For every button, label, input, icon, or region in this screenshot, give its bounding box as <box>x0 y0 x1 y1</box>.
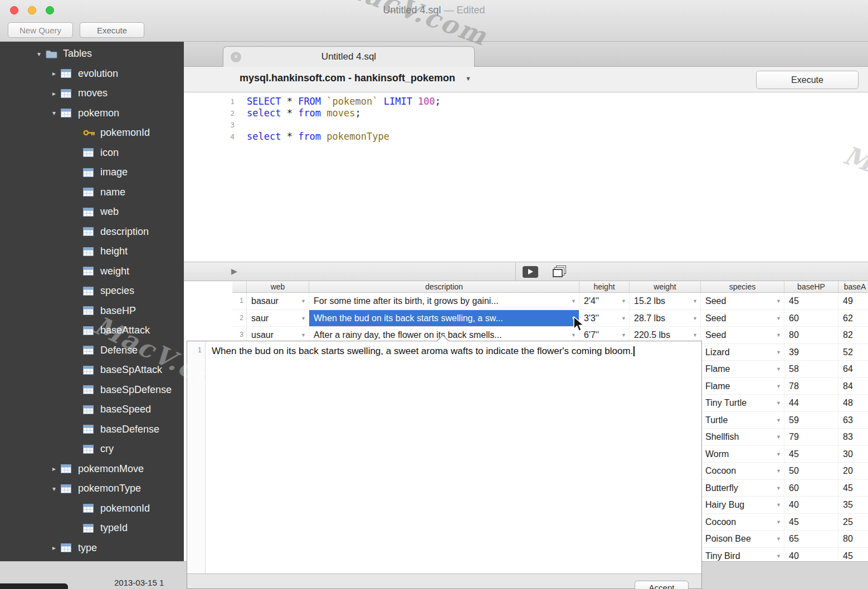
cell-baseHP[interactable]: 78 <box>784 378 838 395</box>
cell-baseA[interactable]: 63 <box>838 412 868 429</box>
cell-species[interactable]: Tiny Bird▼ <box>701 548 784 562</box>
export-results-icon[interactable] <box>523 266 538 278</box>
cell-species[interactable]: Butterfly▼ <box>701 480 784 497</box>
cell-baseA[interactable]: 64 <box>838 361 868 377</box>
popup-text-field[interactable]: When the bud on its back starts swelling… <box>206 341 701 573</box>
cell-dropdown-icon[interactable]: ▼ <box>776 463 781 479</box>
chevron-down-icon[interactable]: ▾ <box>47 485 61 493</box>
cell-baseHP[interactable]: 58 <box>784 361 838 377</box>
tab-untitled-4-sql[interactable]: × Untitled 4.sql <box>223 46 475 67</box>
cell-baseHP[interactable]: 40 <box>784 548 838 562</box>
new-query-button[interactable]: New Query <box>8 22 73 38</box>
sidebar-item-pokemontype[interactable]: ▾pokemonType <box>0 479 184 499</box>
cell-species[interactable]: Seed▼ <box>701 310 784 327</box>
sidebar-item-basespdefense[interactable]: baseSpDefense <box>0 380 184 400</box>
cell-species[interactable]: Cocoon▼ <box>701 463 784 479</box>
cell-baseHP[interactable]: 60 <box>784 480 838 497</box>
cell-species[interactable]: Tiny Turtle▼ <box>701 395 784 411</box>
cell-species[interactable]: Poison Bee▼ <box>701 531 784 547</box>
chevron-right-icon[interactable]: ▸ <box>47 465 61 473</box>
cell-weight[interactable]: 28.7 lbs▼ <box>630 310 701 327</box>
cell-dropdown-icon[interactable]: ▼ <box>776 361 781 377</box>
sidebar-item-icon[interactable]: icon <box>0 143 184 163</box>
cell-dropdown-icon[interactable]: ▼ <box>621 293 626 310</box>
cell-dropdown-icon[interactable]: ▼ <box>776 531 781 547</box>
cell-dropdown-icon[interactable]: ▼ <box>776 293 781 310</box>
cell-dropdown-icon[interactable]: ▼ <box>776 413 781 429</box>
column-header-baseHP[interactable]: baseHP <box>784 281 838 292</box>
cell-baseHP[interactable]: 50 <box>784 463 838 479</box>
cell-species[interactable]: Flame▼ <box>701 378 784 395</box>
sidebar-item-web[interactable]: web <box>0 202 184 222</box>
sidebar-item-basespeed[interactable]: baseSpeed <box>0 400 184 420</box>
cell-dropdown-icon[interactable]: ▼ <box>776 497 781 513</box>
cell-dropdown-icon[interactable]: ▼ <box>693 293 698 310</box>
cell-baseA[interactable]: 84 <box>838 378 868 395</box>
cell-baseHP[interactable]: 65 <box>784 531 838 547</box>
cell-baseA[interactable]: 35 <box>838 497 868 513</box>
sidebar-item-tables[interactable]: ▾Tables <box>0 44 184 64</box>
execute-toolbar-button[interactable]: Execute <box>80 22 144 38</box>
cell-species[interactable]: Hairy Bug▼ <box>701 497 784 513</box>
chevron-right-icon[interactable]: ▸ <box>47 90 61 97</box>
connection-selector[interactable]: mysql.hankinsoft.com - hankinsoft_pokemo… <box>240 72 471 84</box>
cell-species[interactable]: Seed▼ <box>701 327 784 343</box>
cell-species[interactable]: Worm▼ <box>701 446 784 463</box>
cell-baseA[interactable]: 25 <box>838 514 868 531</box>
cell-dropdown-icon[interactable]: ▼ <box>776 379 781 395</box>
cell-baseHP[interactable]: 45 <box>784 514 838 531</box>
tab-close-icon[interactable]: × <box>231 52 241 62</box>
cell-species[interactable]: Seed▼ <box>701 293 784 310</box>
cell-species[interactable]: Shellfish▼ <box>701 429 784 445</box>
cell-baseHP[interactable]: 39 <box>784 344 838 361</box>
cell-baseA[interactable]: 62 <box>838 310 868 327</box>
sidebar-item-defense[interactable]: Defense <box>0 341 184 361</box>
chevron-down-icon[interactable]: ▾ <box>47 109 61 117</box>
column-header-species[interactable]: species <box>701 281 784 292</box>
cell-baseHP[interactable]: 80 <box>784 327 838 343</box>
cell-dropdown-icon[interactable]: ▼ <box>571 293 576 310</box>
cell-description[interactable]: For some time after its birth, it grows … <box>309 293 579 310</box>
column-header-baseA[interactable]: baseA <box>838 281 868 292</box>
cell-dropdown-icon[interactable]: ▼ <box>693 311 698 327</box>
results-disclosure-icon[interactable]: ▶ <box>231 267 237 276</box>
column-header-rownum[interactable] <box>232 281 247 292</box>
cell-baseHP[interactable]: 45 <box>784 293 838 310</box>
execute-query-button[interactable]: Execute <box>756 71 859 89</box>
sidebar-item-type[interactable]: ▸type <box>0 538 184 558</box>
cell-dropdown-icon[interactable]: ▼ <box>776 480 781 497</box>
cell-dropdown-icon[interactable]: ▼ <box>301 311 306 327</box>
cell-dropdown-icon[interactable]: ▼ <box>776 429 781 445</box>
column-header-weight[interactable]: weight <box>630 281 701 292</box>
cell-dropdown-icon[interactable]: ▼ <box>776 548 781 562</box>
cell-dropdown-icon[interactable]: ▼ <box>776 327 781 343</box>
sidebar-item-species[interactable]: species <box>0 281 184 301</box>
cell-baseA[interactable]: 45 <box>838 480 868 497</box>
cell-species[interactable]: Lizard▼ <box>701 344 784 361</box>
column-header-height[interactable]: height <box>579 281 630 292</box>
cell-dropdown-icon[interactable]: ▼ <box>776 345 781 361</box>
cell-dropdown-icon[interactable]: ▼ <box>776 514 781 531</box>
cell-weight[interactable]: 15.2 lbs▼ <box>630 293 701 310</box>
copy-results-icon[interactable] <box>553 269 563 277</box>
cell-dropdown-icon[interactable]: ▼ <box>301 293 306 310</box>
sidebar-item-evolution[interactable]: ▸evolution <box>0 64 184 84</box>
column-header-web[interactable]: web <box>247 281 309 292</box>
cell-dropdown-icon[interactable]: ▼ <box>776 311 781 327</box>
sidebar-item-basehp[interactable]: baseHP <box>0 301 184 321</box>
cell-baseHP[interactable]: 45 <box>784 446 838 463</box>
sidebar-item-image[interactable]: image <box>0 163 184 183</box>
column-header-description[interactable]: description <box>309 281 579 292</box>
sidebar-item-pokemon[interactable]: ▾pokemon <box>0 104 184 124</box>
cell-baseHP[interactable]: 40 <box>784 497 838 513</box>
cell-baseA[interactable]: 83 <box>838 429 868 445</box>
chevron-right-icon[interactable]: ▸ <box>47 544 61 552</box>
cell-height[interactable]: 3'3''▼ <box>579 310 630 327</box>
cell-baseHP[interactable]: 59 <box>784 412 838 429</box>
sidebar-item-pokemonid[interactable]: pokemonId <box>0 123 184 143</box>
cell-baseHP[interactable]: 60 <box>784 310 838 327</box>
cell-web[interactable]: saur▼ <box>247 310 309 327</box>
cell-baseA[interactable]: 45 <box>838 548 868 562</box>
sidebar-item-name[interactable]: name <box>0 183 184 203</box>
sidebar-item-basedefense[interactable]: baseDefense <box>0 420 184 440</box>
